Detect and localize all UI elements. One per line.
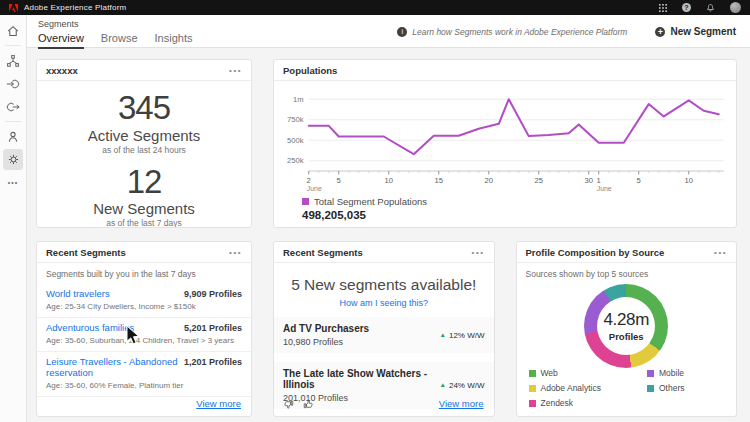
sidebar-item-destinations[interactable] <box>3 96 23 117</box>
card-menu-icon[interactable]: ••• <box>229 67 242 75</box>
stat-sub: as of the last 7 days <box>37 218 251 228</box>
legend-swatch <box>529 400 536 407</box>
new-segment-label: New Segment <box>670 26 736 37</box>
suggested-segments-card: Recent Segments ••• 5 New segments avail… <box>273 241 495 417</box>
svg-text:1m: 1m <box>293 95 304 104</box>
legend-swatch <box>647 370 654 377</box>
composition-legend: WebAdobe AnalyticsZendeskMobileOthers <box>529 368 685 408</box>
legend-swatch <box>302 198 309 205</box>
segment-link[interactable]: Leisure Travellers - Abandoned reservati… <box>46 356 178 378</box>
svg-text:750k: 750k <box>287 115 304 124</box>
card-title: Populations <box>283 65 337 76</box>
sidebar-item-sources[interactable] <box>3 73 23 94</box>
tab-insights[interactable]: Insights <box>155 32 193 49</box>
sidebar-item-segments[interactable] <box>3 149 23 170</box>
sidebar: ••• <box>0 15 27 422</box>
sidebar-item-more[interactable]: ••• <box>3 172 23 193</box>
how-am-i-seeing-this-link[interactable]: How am I seeing this? <box>274 298 494 308</box>
active-segments-stat: 345 Active Segments as of the last 24 ho… <box>37 91 251 155</box>
segment-link[interactable]: World travelers <box>46 288 110 299</box>
notifications-bell-icon[interactable] <box>706 3 715 13</box>
topbar-actions: ? <box>659 2 741 13</box>
help-icon[interactable]: ? <box>682 3 691 12</box>
svg-text:5: 5 <box>337 176 341 185</box>
card-title: Recent Segments <box>283 247 363 258</box>
svg-text:20: 20 <box>484 176 493 185</box>
segment-list: World travelers9,909 ProfilesAge: 25-34 … <box>37 284 251 397</box>
svg-text:10: 10 <box>384 176 393 185</box>
svg-text:15: 15 <box>434 176 443 185</box>
header-actions: i Learn how Segments work in Adobe Exper… <box>397 26 736 37</box>
svg-text:2: 2 <box>307 176 311 185</box>
svg-text:30: 30 <box>584 176 593 185</box>
legend-swatch <box>529 385 536 392</box>
learn-link-label: Learn how Segments work in Adobe Experie… <box>412 27 627 37</box>
adobe-logo-icon <box>9 4 18 12</box>
segment-meta: Age: 35-60, Suburban, 2-4 Children, Trav… <box>46 336 242 345</box>
card-menu-icon[interactable]: ••• <box>714 249 727 257</box>
new-segments-stat: 12 New Segments as of the last 7 days <box>37 165 251 228</box>
feedback-controls <box>283 399 314 410</box>
plus-icon: + <box>655 27 665 37</box>
stat-value: 12 <box>37 165 251 200</box>
app-title: Adobe Experience Platform <box>24 3 126 12</box>
profile-composition-card: Profile Composition by Source ••• Source… <box>516 241 738 417</box>
sidebar-divider <box>5 121 21 122</box>
card-title: xxxxxx <box>46 65 78 76</box>
segment-row: Adventurous families5,201 ProfilesAge: 3… <box>37 318 251 352</box>
tab-overview[interactable]: Overview <box>38 32 84 49</box>
segment-profiles-count: 9,909 Profiles <box>184 289 242 299</box>
legend-item-others: Others <box>647 383 685 393</box>
wow-delta: ▲24% W/W <box>440 381 485 390</box>
apps-grid-icon[interactable] <box>659 4 667 12</box>
svg-text:1: 1 <box>597 176 601 185</box>
legend-item-adobe-analytics: Adobe Analytics <box>529 383 601 393</box>
tab-browse[interactable]: Browse <box>101 32 138 49</box>
info-icon: i <box>397 27 407 37</box>
view-more-link[interactable]: View more <box>196 398 241 409</box>
learn-link[interactable]: i Learn how Segments work in Adobe Exper… <box>397 27 627 37</box>
svg-text:25: 25 <box>534 176 543 185</box>
segment-profiles-count: 1,201 Profiles <box>184 357 242 367</box>
donut-center-label: Profiles <box>609 331 644 342</box>
avatar[interactable] <box>730 2 741 13</box>
wow-delta: ▲12% W/W <box>440 331 485 340</box>
populations-line-chart: 250k500k750k1m2June510152025301June510 <box>274 83 736 195</box>
segment-row: Leisure Travellers - Abandoned reservati… <box>37 352 251 397</box>
segment-link[interactable]: Adventurous families <box>46 322 134 333</box>
svg-text:10: 10 <box>684 176 693 185</box>
segment-stats-card: xxxxxx ••• 345 Active Segments as of the… <box>36 59 252 228</box>
svg-text:June: June <box>597 185 612 192</box>
screen: Adobe Experience Platform ? <box>0 0 750 422</box>
sidebar-item-schemas[interactable] <box>3 50 23 71</box>
new-segment-button[interactable]: + New Segment <box>655 26 736 37</box>
legend-swatch <box>529 370 536 377</box>
segment-meta: Age: 35-60, 60% Female, Platinum tier <box>46 381 242 390</box>
legend-item-zendesk: Zendesk <box>529 398 601 408</box>
legend-total-value: 498,205,035 <box>302 209 736 221</box>
stat-value: 345 <box>37 91 251 126</box>
card-menu-icon[interactable]: ••• <box>229 249 242 257</box>
page-header: Segments OverviewBrowseInsights i Learn … <box>27 15 750 48</box>
svg-text:June: June <box>307 185 322 192</box>
sidebar-item-home[interactable] <box>3 20 23 41</box>
segment-row: World travelers9,909 ProfilesAge: 25-34 … <box>37 284 251 318</box>
stat-label: Active Segments <box>37 127 251 144</box>
stat-sub: as of the last 24 hours <box>37 145 251 155</box>
card-title: Recent Segments <box>46 247 126 258</box>
more-icon: ••• <box>8 179 18 186</box>
topbar: Adobe Experience Platform ? <box>0 0 750 15</box>
card-subtitle: Segments built by you in the last 7 days <box>37 263 251 284</box>
card-title: Profile Composition by Source <box>526 247 665 258</box>
legend-label: Total Segment Populations <box>314 196 427 207</box>
card-menu-icon[interactable]: ••• <box>472 249 485 257</box>
donut-center-value: 4.28m <box>603 310 649 330</box>
legend-item-mobile: Mobile <box>647 368 685 378</box>
populations-card: Populations 250k500k750k1m2June510152025… <box>273 59 737 228</box>
card-subtitle: Sources shown by top 5 sources <box>517 263 737 279</box>
view-more-link[interactable]: View more <box>439 398 484 409</box>
thumbs-down-icon[interactable] <box>283 399 294 410</box>
suggested-segment[interactable]: Ad TV Purchasers10,980 Profiles▲12% W/W <box>274 317 494 353</box>
thumbs-up-icon[interactable] <box>303 399 314 410</box>
sidebar-item-profiles[interactable] <box>3 126 23 147</box>
